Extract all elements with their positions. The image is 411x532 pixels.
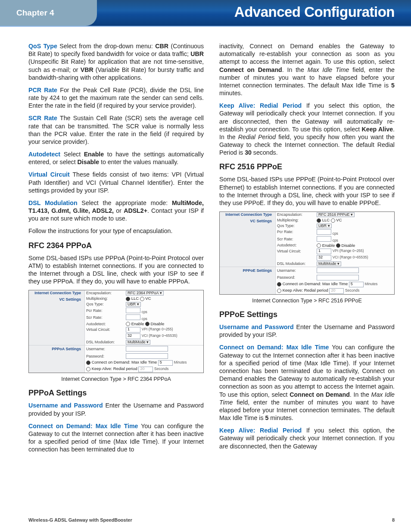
heading-rfc2364: RFC 2364 PPPoA	[28, 241, 204, 251]
term-qos: QoS Type	[28, 43, 57, 50]
page-title: Advanced Configuration	[234, 4, 395, 20]
term-keep-alive-2: Keep Alive: Redial Period	[219, 427, 302, 434]
term-autodetect: Autodetect	[28, 151, 60, 158]
term-pcr: PCR Rate	[28, 87, 57, 93]
heading-pppoe-settings: PPPoE Settings	[219, 310, 395, 320]
figure-caption-pppoe: Internet Connection Type > RFC 2516 PPPo…	[219, 297, 395, 304]
figure-pppoe: Internet Connection TypeEncapsulation:RF…	[219, 212, 395, 304]
term-scr: SCR Rate	[28, 115, 57, 121]
page-footer: Wireless-G ADSL Gateway with SpeedBooste…	[28, 517, 395, 523]
term-connect-on-demand-2: Connect on Demand: Max Idle Time	[219, 344, 329, 351]
term-virtual-circuit: Virtual Circuit	[28, 171, 70, 178]
figure-pppoa: Internet Connection TypeEncapsulation:RF…	[28, 290, 204, 383]
figure-caption-pppoa: Internet Connection Type > RFC 2364 PPPo…	[28, 376, 204, 383]
page-number: 8	[392, 517, 395, 523]
term-connect-on-demand: Connect on Demand: Max Idle Time	[28, 423, 138, 429]
page-header: Chapter 4 Advanced Configuration	[0, 0, 411, 27]
term-username-password-2: Username and Password	[219, 324, 294, 330]
term-keep-alive: Keep Alive: Redial Period	[219, 102, 302, 109]
body-text: QoS Type Select from the drop-down menu:…	[28, 42, 395, 457]
chapter-ribbon: Chapter 4	[0, 0, 97, 26]
term-dsl-modulation: DSL Modulation	[28, 199, 78, 206]
footer-product: Wireless-G ADSL Gateway with SpeedBooste…	[28, 517, 132, 523]
heading-rfc2516: RFC 2516 PPPoE	[219, 162, 395, 172]
heading-pppoa-settings: PPPoA Settings	[28, 388, 204, 398]
term-username-password: Username and Password	[28, 402, 103, 409]
